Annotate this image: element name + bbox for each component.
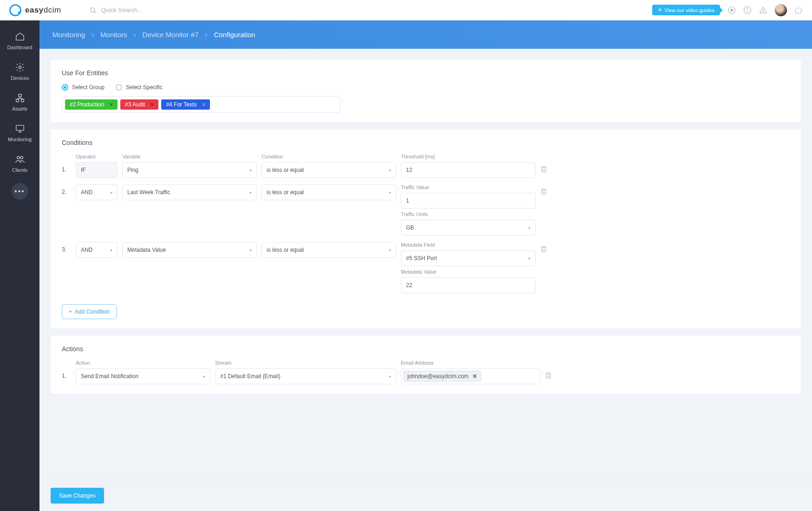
sidebar-item-label: Monitoring (8, 137, 32, 142)
col-header: Operator (76, 154, 118, 159)
radio-icon (62, 84, 68, 91)
svg-point-6 (747, 8, 747, 9)
operator-select[interactable]: AND▾ (76, 184, 118, 200)
sidebar-item-clients[interactable]: Clients (0, 149, 39, 178)
condition-select[interactable]: is less or equal▾ (262, 162, 396, 178)
delete-row-button[interactable] (540, 162, 554, 173)
operator-select[interactable]: AND▾ (76, 242, 118, 258)
col-header: Email Address (401, 360, 540, 366)
chevron-down-icon: ▾ (203, 374, 205, 379)
close-icon[interactable]: ✕ (472, 373, 477, 380)
radio-select-specific[interactable]: Select Specific (116, 84, 163, 91)
search-input[interactable] (101, 7, 194, 13)
users-icon (15, 154, 25, 164)
close-icon[interactable]: ✕ (200, 102, 207, 108)
action-row: 1.Send Email Notification▾#1 Default Ema… (62, 368, 790, 384)
sidebar-item-label: Clients (12, 167, 28, 173)
variable-select[interactable]: Last Week Traffic▾ (122, 184, 257, 200)
add-condition-button[interactable]: + Add Condition (62, 304, 117, 319)
close-icon[interactable]: ✕ (658, 7, 662, 13)
chevron-down-icon: ▾ (249, 168, 252, 173)
chevron-right-icon: › (134, 31, 136, 39)
operator-select: IF (76, 162, 118, 178)
sidebar-item-assets[interactable]: Assets (0, 87, 39, 117)
col-header: Threshold [ms] (401, 154, 536, 159)
card-title: Use For Entities (62, 69, 790, 77)
condition-select[interactable]: is less or equal▾ (262, 184, 396, 200)
delete-row-button[interactable] (540, 242, 554, 253)
radio-select-group[interactable]: Select Group (62, 84, 105, 91)
tag-label: #2 Production (70, 101, 104, 108)
close-icon[interactable]: ✕ (108, 102, 115, 108)
col-header: Stream (215, 360, 396, 366)
logo[interactable]: easydcim (9, 4, 61, 16)
sidebar-item-label: Dashboard (7, 45, 33, 50)
svg-rect-13 (21, 99, 24, 102)
video-guide-button[interactable]: ✕ View our video guides (652, 5, 720, 15)
field-select[interactable]: #5 SSH Port▾ (401, 250, 536, 266)
field-select[interactable]: GB▾ (401, 220, 536, 236)
email-input[interactable]: johndoe@easydcim.com✕ (401, 368, 540, 384)
entity-tag[interactable]: #3 Audit✕ (120, 99, 158, 110)
row-number: 2. (62, 184, 71, 195)
chevron-down-icon: ▾ (389, 374, 391, 379)
svg-rect-12 (16, 99, 19, 102)
action-select[interactable]: Send Email Notification▾ (76, 368, 210, 384)
field-input[interactable]: 1 (401, 193, 536, 209)
plus-icon: + (69, 308, 72, 315)
home-icon (15, 32, 25, 42)
play-icon[interactable] (727, 6, 736, 14)
save-button[interactable]: Save Changes (51, 488, 104, 504)
sidebar-item-devices[interactable]: Devices (0, 57, 39, 86)
gear-icon (15, 62, 25, 72)
svg-point-10 (19, 66, 21, 69)
info-icon[interactable] (743, 6, 752, 14)
row-number: 3. (62, 242, 71, 253)
chevron-down-icon: ▾ (249, 248, 252, 253)
sidebar-item-monitoring[interactable]: Monitoring (0, 118, 39, 148)
breadcrumb-link[interactable]: Monitors (100, 31, 127, 39)
condition-row: 2.AND▾Last Week Traffic▾is less or equal… (62, 184, 790, 236)
breadcrumb-link[interactable]: Monitoring (52, 31, 85, 39)
field-label: Metadata Value (401, 269, 536, 275)
field-label: Traffic Value (401, 184, 536, 190)
power-icon[interactable] (794, 6, 803, 14)
sidebar-more[interactable]: ••• (12, 183, 28, 200)
row-number: 1. (62, 368, 71, 379)
chevron-down-icon: ▾ (389, 168, 391, 173)
tag-label: #3 Audit (125, 101, 145, 108)
delete-row-button[interactable] (545, 368, 559, 379)
delete-row-button[interactable] (540, 184, 554, 195)
conditions-card: Conditions OperatorVariableConditionThre… (51, 130, 801, 328)
close-icon[interactable]: ✕ (149, 102, 156, 108)
assets-icon (15, 93, 25, 103)
field-input[interactable]: 12 (401, 162, 536, 178)
search-wrap[interactable] (89, 6, 194, 14)
svg-line-1 (94, 12, 96, 13)
chevron-down-icon: ▾ (389, 248, 391, 253)
actions-card: Actions Action Stream Email Address 1.Se… (51, 336, 801, 393)
variable-select[interactable]: Metadata Value▾ (122, 242, 257, 258)
alert-icon[interactable] (759, 6, 767, 14)
variable-select[interactable]: Ping▾ (122, 162, 257, 178)
chevron-down-icon: ▾ (528, 256, 530, 261)
entity-tag[interactable]: #2 Production✕ (65, 99, 118, 110)
topbar: easydcim ✕ View our video guides (0, 0, 812, 20)
col-header: Variable (122, 154, 257, 159)
stream-select[interactable]: #1 Default Email (Email)▾ (215, 368, 396, 384)
sidebar-item-dashboard[interactable]: Dashboard (0, 26, 39, 56)
entity-tag[interactable]: #4 For Tests✕ (161, 99, 210, 110)
svg-marker-3 (731, 9, 733, 12)
sidebar-item-label: Assets (12, 106, 27, 111)
svg-point-22 (20, 157, 22, 159)
card-title: Actions (62, 345, 790, 353)
svg-point-21 (17, 157, 20, 159)
tag-label: #4 For Tests (166, 101, 196, 108)
condition-select[interactable]: is less or equal▾ (262, 242, 396, 258)
chevron-right-icon: › (92, 31, 94, 39)
avatar[interactable] (775, 4, 787, 16)
breadcrumb-link[interactable]: Device Monitor #7 (143, 31, 199, 39)
logo-text: easydcim (25, 6, 61, 15)
entity-tag-box[interactable]: #2 Production✕#3 Audit✕#4 For Tests✕ (62, 96, 341, 113)
field-input[interactable]: 22 (401, 277, 536, 293)
